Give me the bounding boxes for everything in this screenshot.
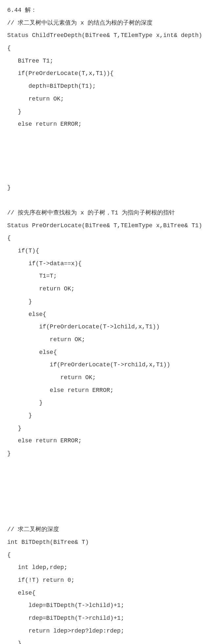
code-line: }: [7, 105, 203, 118]
code-line: [7, 143, 203, 156]
code-line: [7, 511, 203, 524]
code-line: }: [7, 422, 203, 435]
code-line: return OK;: [7, 283, 203, 295]
code-line: return OK;: [7, 93, 203, 105]
code-line: return OK;: [7, 371, 203, 384]
code-line: [7, 485, 203, 498]
code-line: // 按先序在树中查找根为 x 的子树，T1 为指向子树根的指针: [7, 207, 203, 219]
code-line: [7, 156, 203, 169]
code-line: 6.44 解：: [7, 4, 203, 17]
code-line: depth=BiTDepth(T1);: [7, 80, 203, 93]
code-line: Status ChildTreeDepth(BiTree& T,TElemTyp…: [7, 29, 203, 42]
code-line: return ldep>rdep?ldep:rdep;: [7, 625, 203, 637]
code-line: else{: [7, 346, 203, 359]
code-line: else return ERROR;: [7, 384, 203, 397]
code-line: [7, 169, 203, 181]
code-line: [7, 472, 203, 485]
code-line: else return ERROR;: [7, 118, 203, 131]
code-line: T1=T;: [7, 270, 203, 283]
code-line: // 求二叉树中以元素值为 x 的结点为根的子树的深度: [7, 17, 203, 29]
code-line: }: [7, 181, 203, 194]
code-line: [7, 498, 203, 511]
code-line: int ldep,rdep;: [7, 561, 203, 574]
code-line: {: [7, 549, 203, 561]
code-line: if(T){: [7, 245, 203, 257]
code-line: if(PreOrderLocate(T->lchild,x,T1)): [7, 321, 203, 333]
code-line: }: [7, 637, 203, 644]
code-line: rdep=BiTDepth(T->rchild)+1;: [7, 612, 203, 625]
code-line: else{: [7, 308, 203, 321]
code-line: BiTree T1;: [7, 55, 203, 67]
code-line: int BiTDepth(BiTree& T): [7, 536, 203, 549]
code-line: }: [7, 396, 203, 409]
code-line: else{: [7, 587, 203, 599]
code-line: if(PreOrderLocate(T->rchild,x,T1)): [7, 359, 203, 371]
code-block: 6.44 解：// 求二叉树中以元素值为 x 的结点为根的子树的深度Status…: [7, 4, 203, 644]
code-line: if(!T) return 0;: [7, 574, 203, 587]
code-line: if(T->data==x){: [7, 257, 203, 270]
code-line: [7, 460, 203, 473]
code-line: // 求二叉树的深度: [7, 523, 203, 536]
code-line: }: [7, 409, 203, 422]
code-line: [7, 194, 203, 207]
code-line: return OK;: [7, 333, 203, 346]
code-line: if(PreOrderLocate(T,x,T1)){: [7, 67, 203, 80]
code-line: ldep=BiTDepth(T->lchild)+1;: [7, 599, 203, 612]
code-line: [7, 131, 203, 143]
code-line: }: [7, 295, 203, 308]
code-line: {: [7, 232, 203, 245]
code-line: else return ERROR;: [7, 434, 203, 447]
code-line: {: [7, 42, 203, 55]
code-line: }: [7, 447, 203, 460]
code-line: Status PreOrderLocate(BiTree& T,TElemTyp…: [7, 219, 203, 232]
